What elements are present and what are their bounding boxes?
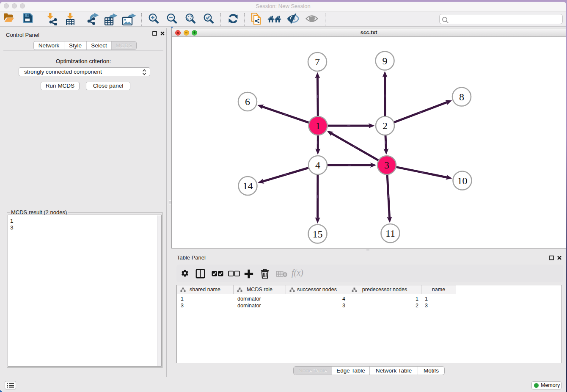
- svg-text:3: 3: [384, 160, 389, 171]
- svg-text:14: 14: [243, 180, 253, 191]
- svg-text:6: 6: [245, 96, 250, 107]
- svg-text:10: 10: [457, 175, 468, 186]
- svg-text:9: 9: [383, 55, 388, 66]
- svg-text:1: 1: [316, 120, 321, 131]
- svg-text:2: 2: [383, 120, 388, 131]
- svg-text:7: 7: [315, 56, 320, 67]
- svg-text:15: 15: [313, 229, 323, 240]
- svg-text:8: 8: [459, 91, 464, 102]
- svg-text:4: 4: [315, 160, 320, 171]
- svg-text:11: 11: [385, 228, 395, 239]
